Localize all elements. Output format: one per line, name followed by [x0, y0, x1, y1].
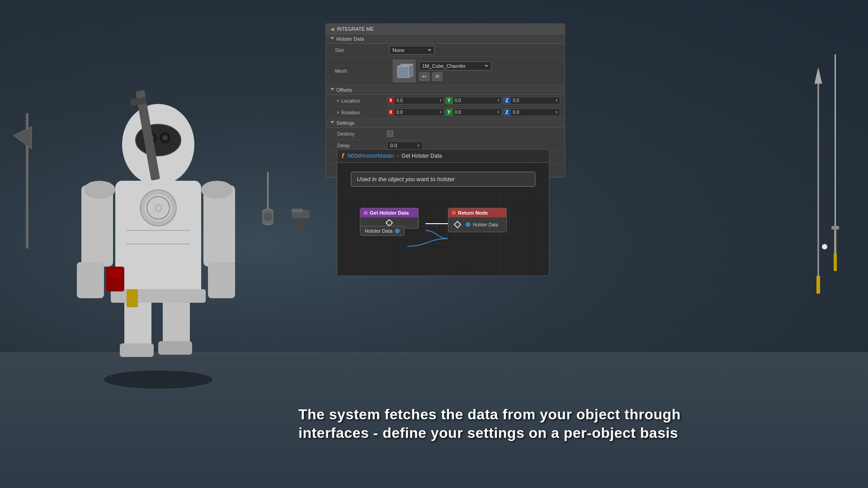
offsets-label: Offsets — [336, 87, 352, 93]
holster-data-section-header[interactable]: Holster Data — [326, 34, 565, 44]
blueprint-comment-box[interactable]: Used in the object you want to holster — [351, 172, 535, 187]
location-y-letter: Y — [446, 97, 453, 104]
svg-rect-12 — [77, 262, 104, 298]
holster-data-output-label: Holster Data — [473, 222, 498, 227]
mesh-search-button[interactable]: ⟳ — [432, 72, 443, 81]
offsets-triangle — [330, 88, 334, 92]
rotation-y-value: 0.0 — [453, 109, 496, 116]
location-row: Location X 0.0 ⬍ Y 0.0 ⬍ Z 0.0 ⬍ — [326, 95, 565, 107]
location-x-spin[interactable]: ⬍ — [438, 98, 443, 103]
exec-pin-out — [386, 219, 393, 227]
return-node-header: Return Node — [448, 208, 506, 217]
rotation-z-value: 0.0 — [511, 109, 554, 116]
blueprint-title-bar: f N00dHolsterMaster › Get Holster Data — [337, 150, 549, 163]
panel-title: INTEGRATE ME — [337, 26, 374, 32]
offsets-section-header[interactable]: Offsets — [326, 85, 565, 95]
svg-rect-25 — [108, 269, 122, 278]
svg-rect-3 — [120, 343, 154, 357]
rotation-x-spin[interactable]: ⬍ — [438, 109, 443, 115]
location-z-input[interactable]: Z 0.0 ⬍ — [503, 97, 560, 104]
location-x-letter: X — [387, 97, 395, 104]
svg-rect-42 — [292, 209, 303, 212]
panel-collapse-icon[interactable]: ◀ — [330, 27, 334, 32]
panel-title-bar: ◀ INTEGRATE ME — [326, 24, 565, 34]
location-label: Location — [341, 98, 360, 103]
location-z-letter: Z — [504, 97, 511, 104]
settings-section-header[interactable]: Settings — [326, 118, 565, 128]
svg-rect-35 — [816, 276, 820, 294]
slot-label: Slot — [335, 47, 389, 53]
return-exec-pin — [454, 221, 462, 229]
svg-point-28 — [201, 181, 233, 199]
breadcrumb-item-2: Get Holster Data — [401, 153, 442, 159]
svg-point-45 — [264, 212, 273, 221]
return-node-icon — [452, 211, 456, 215]
node2-label: Return Node — [458, 210, 488, 216]
svg-marker-32 — [14, 127, 32, 149]
location-x-value: 0.0 — [395, 97, 438, 104]
mesh-label: Mesh — [335, 68, 389, 74]
location-x-input[interactable]: X 0.0 ⬍ — [387, 97, 444, 104]
svg-rect-37 — [831, 226, 839, 230]
svg-marker-48 — [409, 64, 413, 78]
breadcrumb-item-1[interactable]: N00dHolsterMaster — [348, 153, 394, 159]
rotation-y-input[interactable]: Y 0.0 ⬍ — [445, 108, 502, 116]
get-holster-data-header: Get Holster Data — [360, 208, 418, 217]
rotation-row: Rotation X 0.0 ⬍ Y 0.0 ⬍ Z 0.0 ⬍ — [326, 107, 565, 118]
rotation-y-spin[interactable]: ⬍ — [495, 109, 501, 115]
bottom-text-line1: The system fetches the data from your ob… — [298, 405, 814, 424]
rotation-x-input[interactable]: X 0.0 ⬍ — [387, 108, 444, 116]
rotation-inputs: X 0.0 ⬍ Y 0.0 ⬍ Z 0.0 ⬍ — [387, 108, 560, 116]
mesh-dropdown[interactable]: 1M_Cube_Chamfer — [419, 61, 491, 70]
scene-item-mace — [262, 172, 274, 244]
location-z-value: 0.0 — [511, 97, 554, 104]
holster-data-pin-dot — [466, 222, 470, 227]
svg-point-21 — [162, 135, 168, 141]
svg-rect-39 — [834, 253, 837, 271]
delay-spin[interactable]: ⬍ — [417, 144, 420, 148]
destroy-row: Destroy — [326, 128, 565, 140]
settings-label: Settings — [336, 120, 354, 126]
mesh-back-button[interactable]: ↩ — [419, 72, 429, 81]
delay-value: 0.0 — [390, 143, 397, 148]
svg-rect-36 — [835, 54, 836, 235]
delay-input[interactable]: 0.0 ⬍ — [387, 141, 423, 150]
holster-data-pin-label: Holster Data — [365, 228, 392, 234]
svg-rect-46 — [397, 66, 409, 78]
slot-value-container: None — [389, 46, 560, 55]
location-y-input[interactable]: Y 0.0 ⬍ — [445, 97, 502, 104]
mesh-dropdown-value: 1M_Cube_Chamfer — [422, 63, 466, 69]
location-triangle — [337, 99, 340, 102]
rotation-z-input[interactable]: Z 0.0 ⬍ — [503, 108, 560, 116]
scene-item-sword — [830, 54, 841, 271]
rotation-triangle — [337, 111, 340, 114]
svg-point-27 — [84, 181, 115, 199]
bp-node-return[interactable]: Return Node Holster Data — [448, 208, 507, 232]
blueprint-content: Used in the object you want to holster G… — [337, 163, 549, 276]
settings-triangle — [330, 121, 334, 125]
mesh-row: Mesh 1M_Cube_Chamfer ↩ ⟳ — [326, 57, 565, 85]
rotation-x-value: 0.0 — [395, 109, 438, 116]
scene-dot-indicator — [822, 244, 827, 249]
comment-text: Used in the object you want to holster — [357, 176, 455, 183]
mesh-thumbnail — [393, 60, 415, 82]
node1-label: Get Holster Data — [370, 210, 409, 216]
rotation-label: Rotation — [341, 110, 360, 115]
location-inputs: X 0.0 ⬍ Y 0.0 ⬍ Z 0.0 ⬍ — [387, 97, 560, 104]
holster-data-input-pin — [395, 229, 400, 233]
location-z-spin[interactable]: ⬍ — [554, 98, 560, 103]
svg-rect-33 — [817, 81, 819, 294]
destroy-checkbox[interactable] — [387, 131, 393, 137]
rotation-z-spin[interactable]: ⬍ — [554, 109, 560, 115]
svg-rect-26 — [127, 289, 138, 307]
blueprint-panel: f N00dHolsterMaster › Get Holster Data U… — [337, 149, 549, 276]
node-icon — [364, 211, 368, 215]
location-y-spin[interactable]: ⬍ — [495, 98, 501, 103]
blueprint-breadcrumb: N00dHolsterMaster › Get Holster Data — [348, 153, 442, 159]
svg-rect-10 — [111, 289, 206, 303]
slot-dropdown[interactable]: None — [389, 46, 434, 55]
destroy-label: Destroy — [337, 131, 387, 136]
slot-dropdown-arrow — [428, 49, 431, 51]
holster-data-input-node[interactable]: Holster Data — [360, 226, 405, 236]
blueprint-title-icon: f — [342, 152, 344, 160]
